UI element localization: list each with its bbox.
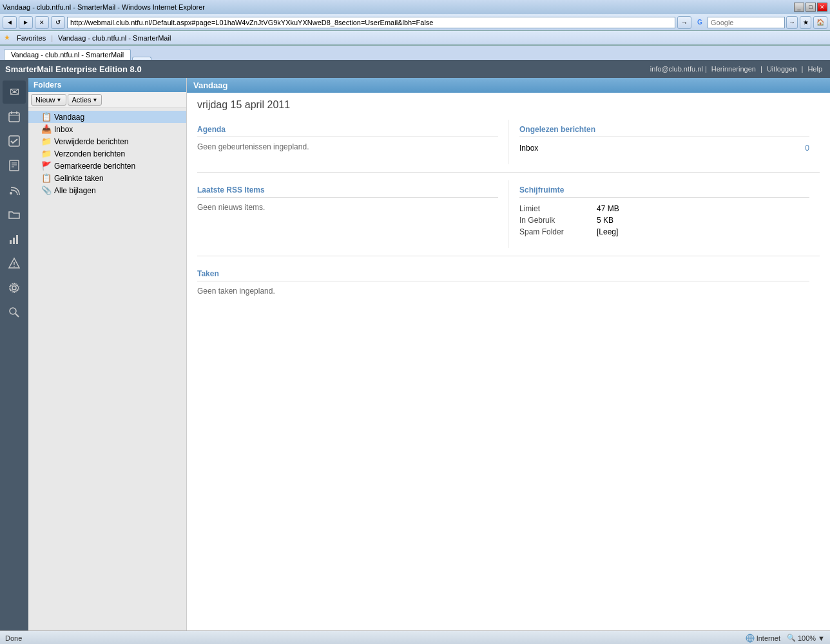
tasks-icon[interactable] [3,129,26,153]
svg-rect-10 [10,240,12,244]
tab-bar: Vandaag - club.ntfu.nl - SmarterMail [0,46,830,60]
agenda-content: Geen gebeurtenissen ingepland. [197,142,498,151]
folder-item-inbox[interactable]: 📥 Inbox [28,123,186,135]
storage-title: Schijfruimte [519,185,809,198]
svg-line-18 [15,314,19,317]
internet-zone: Internet [746,634,780,643]
folder-list: 📋 Vandaag 📥 Inbox 📁 Verwijderde berichte… [28,108,186,630]
verwijderd-folder-icon: 📁 [41,137,52,146]
rss-title: Laatste RSS Items [197,185,498,198]
google-search-input[interactable] [708,17,785,28]
taken-content: Geen taken ingepland. [197,287,809,296]
content-panel: Vandaag vrijdag 15 april 2011 Agenda Gee… [187,78,830,630]
favorites-bar: ★ Favorites | Vandaag - club.ntfu.nl - S… [0,31,830,45]
status-right: Internet 🔍 100% ▼ [746,634,825,643]
status-bar: Done Internet 🔍 100% ▼ [0,630,830,644]
calendar-icon[interactable] [3,105,26,128]
folder-item-bijlagen[interactable]: 📎 Alle bijlagen [28,184,186,196]
dashboard-grid-2: Laatste RSS Items Geen nieuws items. Sch… [197,180,820,248]
separator-1 [197,172,820,173]
acties-button[interactable]: Acties ▼ [68,94,102,106]
svg-rect-12 [16,235,18,244]
agenda-title: Agenda [197,125,498,137]
folder-toolbar: Nieuw ▼ Acties ▼ [28,92,186,108]
user-email: info@club.ntfu.nl [650,65,703,73]
notes-icon[interactable] [3,154,26,177]
browser-titlebar: Vandaag - club.ntfu.nl - SmarterMail - W… [0,0,830,14]
inbox-folder-icon: 📥 [41,124,52,134]
reports-icon[interactable] [3,227,26,251]
favorites-tabs-area: ★ Favorites | Vandaag - club.ntfu.nl - S… [0,31,830,46]
zoom-level: 100% [798,634,816,642]
mail-icon[interactable]: ✉ [3,80,26,104]
globe-icon [746,634,755,643]
folder-item-gelinkt[interactable]: 📋 Gelinkte taken [28,172,186,184]
svg-point-17 [10,308,16,314]
taken-title: Taken [197,269,809,281]
folder-item-verwijderd[interactable]: 📁 Verwijderde berichten [28,135,186,147]
fav-item-smartermail[interactable]: Vandaag - club.ntfu.nl - SmarterMail [58,34,171,42]
svg-point-16 [12,286,16,290]
storage-limiet-row: Limiet 47 MB [519,203,809,214]
address-bar[interactable] [67,17,675,28]
acties-arrow-icon: ▼ [92,97,97,103]
rss-icon[interactable] [3,178,26,202]
folders-icon[interactable] [3,203,26,226]
folder-item-verzonden[interactable]: 📁 Verzonden berichten [28,147,186,160]
new-arrow-icon: ▼ [57,97,62,103]
tab-vandaag[interactable]: Vandaag - club.ntfu.nl - SmarterMail [4,49,131,60]
new-button[interactable]: Nieuw ▼ [31,94,66,106]
folder-label-inbox: Inbox [54,125,73,134]
refresh-button[interactable]: ↺ [51,16,65,29]
google-search-button[interactable]: → [786,16,798,29]
bijlagen-folder-icon: 📎 [41,185,52,195]
unread-title: Ongelezen berichten [519,125,809,137]
inbox-label: Inbox [519,144,538,153]
separator1: | [705,65,709,73]
rss-content: Geen nieuws items. [197,203,498,212]
folder-header: Folders [28,78,186,92]
internet-zone-label: Internet [757,634,780,642]
rss-empty-text: Geen nieuws items. [197,203,265,212]
inbox-count: 0 [805,144,809,153]
zoom-control[interactable]: 🔍 100% ▼ [787,634,825,642]
stop-button[interactable]: ✕ [35,16,49,29]
gelinkt-folder-icon: 📋 [41,173,52,183]
folder-item-gemarkeerd[interactable]: 🚩 Gemarkeerde berichten [28,160,186,172]
status-left: Done [5,634,22,642]
svg-rect-11 [13,238,15,244]
folder-label-gemarkeerd: Gemarkeerde berichten [54,162,135,171]
help-link[interactable]: Help [807,65,822,73]
vandaag-folder-icon: 📋 [41,112,52,122]
storage-gebruik-row: In Gebruik 5 KB [519,214,809,226]
home-btn[interactable]: 🏠 [813,16,827,29]
settings-icon[interactable] [3,276,26,299]
back-button[interactable]: ◄ [3,16,17,29]
storage-spam-row: Spam Folder [Leeg] [519,226,809,238]
content-header-label: Vandaag [193,80,227,90]
inbox-row: Inbox 0 [519,142,809,154]
tools-area-btn[interactable]: ★ [800,16,811,29]
forward-button[interactable]: ► [19,16,33,29]
browser-toolbar: ◄ ► ✕ ↺ → G → ★ 🏠 [0,14,830,31]
folder-item-vandaag[interactable]: 📋 Vandaag [28,111,186,123]
minimize-button[interactable]: _ [794,3,804,12]
verzonden-folder-icon: 📁 [41,149,52,158]
favorites-button[interactable]: Favorites [17,34,46,42]
rss-section: Laatste RSS Items Geen nieuws items. [197,180,508,248]
gemarkeerd-folder-icon: 🚩 [41,161,52,171]
go-button[interactable]: → [677,16,691,29]
search-nav-icon[interactable] [3,301,26,324]
uitloggen-link[interactable]: Uitloggen [767,65,796,73]
storage-spam-label: Spam Folder [519,227,597,236]
folder-label-verzonden: Verzonden berichten [54,149,125,158]
close-button[interactable]: ✕ [817,3,827,12]
taken-section: Taken Geen taken ingepland. [197,264,820,306]
restore-button[interactable]: □ [806,3,816,12]
alerts-icon[interactable] [3,252,26,275]
window-controls: _ □ ✕ [794,3,827,12]
folder-label-gelinkt: Gelinkte taken [54,174,104,183]
separator3: | [801,65,805,73]
herinneringen-link[interactable]: Herinneringen [711,65,756,73]
favorites-separator: | [51,34,53,42]
